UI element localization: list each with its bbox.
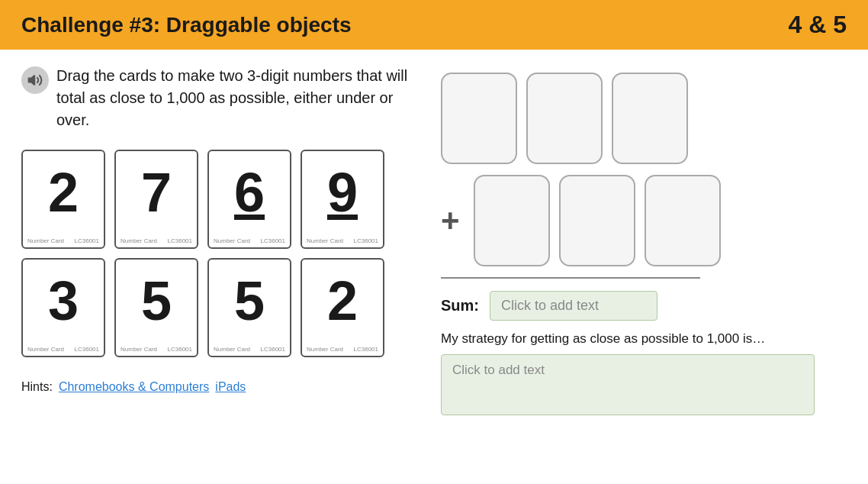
plus-and-second-row: + bbox=[441, 175, 721, 266]
sum-row: Sum: Click to add text bbox=[441, 291, 657, 321]
svg-marker-0 bbox=[29, 76, 35, 85]
page-header: Challenge #3: Draggable objects 4 & 5 bbox=[0, 0, 868, 50]
audio-button[interactable] bbox=[21, 66, 49, 94]
card-footer-1: Number CardLC36001 bbox=[116, 237, 197, 244]
drop-zone-top-2[interactable] bbox=[612, 73, 688, 164]
audio-icon bbox=[27, 73, 43, 88]
drop-zone-bottom-2[interactable] bbox=[645, 175, 721, 266]
hints-label: Hints: bbox=[21, 380, 53, 394]
card-value-2: 6 bbox=[234, 165, 265, 220]
number-card-4[interactable]: 3Number CardLC36001 bbox=[21, 258, 105, 357]
card-footer-3: Number CardLC36001 bbox=[302, 237, 383, 244]
card-value-6: 5 bbox=[234, 273, 265, 328]
left-panel: Drag the cards to make two 3-digit numbe… bbox=[21, 65, 418, 415]
card-value-0: 2 bbox=[48, 165, 79, 220]
cards-grid: 2Number CardLC360017Number CardLC360016N… bbox=[21, 150, 418, 357]
drop-zones-bottom bbox=[474, 175, 721, 266]
drop-zone-bottom-1[interactable] bbox=[559, 175, 635, 266]
card-footer-2: Number CardLC36001 bbox=[209, 237, 290, 244]
instruction-text: Drag the cards to make two 3-digit numbe… bbox=[56, 65, 418, 131]
card-footer-7: Number CardLC36001 bbox=[302, 346, 383, 353]
page-title: Challenge #3: Draggable objects bbox=[21, 13, 352, 37]
card-value-5: 5 bbox=[141, 273, 172, 328]
number-card-3[interactable]: 9Number CardLC36001 bbox=[301, 150, 384, 249]
card-value-7: 2 bbox=[327, 273, 358, 328]
main-content: Drag the cards to make two 3-digit numbe… bbox=[0, 50, 868, 431]
hint-link-ipads[interactable]: iPads bbox=[215, 380, 246, 394]
card-footer-5: Number CardLC36001 bbox=[116, 346, 197, 353]
hint-link-chromebooks[interactable]: Chromebooks & Computers bbox=[59, 380, 209, 394]
number-card-1[interactable]: 7Number CardLC36001 bbox=[114, 150, 198, 249]
drop-zone-top-1[interactable] bbox=[526, 73, 603, 164]
card-value-3: 9 bbox=[327, 165, 358, 220]
drop-zone-bottom-0[interactable] bbox=[474, 175, 550, 266]
number-card-2[interactable]: 6Number CardLC36001 bbox=[207, 150, 291, 249]
grade-range: 4 & 5 bbox=[789, 11, 847, 39]
instruction-row: Drag the cards to make two 3-digit numbe… bbox=[21, 65, 418, 131]
strategy-input[interactable]: Click to add text bbox=[441, 354, 815, 415]
card-footer-6: Number CardLC36001 bbox=[209, 346, 290, 353]
drop-zone-top-0[interactable] bbox=[441, 73, 517, 164]
card-value-4: 3 bbox=[48, 273, 79, 328]
strategy-label: My strategy for getting as close as poss… bbox=[441, 331, 765, 347]
card-value-1: 7 bbox=[141, 165, 172, 220]
sum-label: Sum: bbox=[441, 297, 479, 315]
card-footer-0: Number CardLC36001 bbox=[23, 237, 104, 244]
drop-zones-top bbox=[441, 73, 688, 164]
plus-symbol: + bbox=[441, 202, 460, 239]
sum-input[interactable]: Click to add text bbox=[490, 291, 657, 321]
number-card-6[interactable]: 5Number CardLC36001 bbox=[207, 258, 291, 357]
number-card-0[interactable]: 2Number CardLC36001 bbox=[21, 150, 105, 249]
right-panel: + Sum: Click to add text My strategy for… bbox=[441, 65, 847, 415]
hints-row: Hints: Chromebooks & Computers iPads bbox=[21, 380, 418, 394]
number-card-7[interactable]: 2Number CardLC36001 bbox=[301, 258, 384, 357]
number-card-5[interactable]: 5Number CardLC36001 bbox=[114, 258, 198, 357]
sum-divider bbox=[441, 277, 700, 279]
card-footer-4: Number CardLC36001 bbox=[23, 346, 104, 353]
